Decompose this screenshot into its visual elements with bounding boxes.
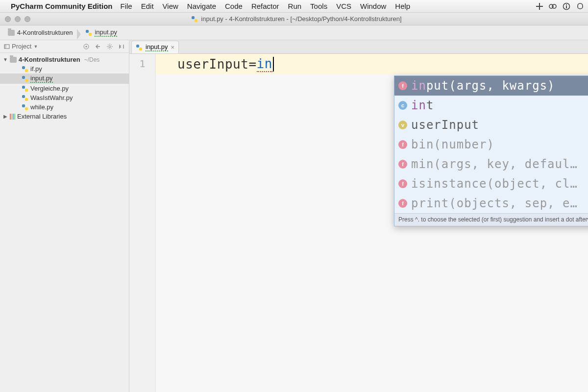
- svg-rect-19: [25, 89, 28, 92]
- python-file-icon: [22, 85, 28, 92]
- close-tab-button[interactable]: ×: [171, 44, 175, 51]
- chevron-right-icon[interactable]: ▶: [3, 114, 8, 119]
- autocomplete-popup[interactable]: finput(args, kwargs)builtinscintbuiltins…: [394, 75, 588, 226]
- tree-file[interactable]: Vergleiche.py: [0, 84, 129, 93]
- tray-icon[interactable]: [549, 2, 557, 10]
- tree-root[interactable]: ▼ 4-Kontrollstrukturen ~/Des: [0, 55, 129, 64]
- svg-point-13: [109, 46, 111, 48]
- menu-tools[interactable]: Tools: [310, 2, 327, 10]
- svg-rect-16: [22, 76, 25, 79]
- gear-icon[interactable]: [106, 43, 113, 50]
- svg-rect-5: [192, 16, 195, 19]
- menu-view[interactable]: View: [163, 2, 178, 10]
- sidebar-tool-collapse-icon[interactable]: [95, 43, 101, 50]
- menu-refactor[interactable]: Refactor: [251, 2, 279, 10]
- completion-signature: print(objects, sep, e…: [411, 196, 588, 210]
- tray-icon[interactable]: [563, 2, 570, 10]
- editor-tab-label: input.py: [146, 43, 168, 51]
- python-file-icon: [22, 66, 28, 73]
- code-editor[interactable]: 1 userInput = in finput(args, kwargs)bui…: [129, 54, 588, 392]
- menu-run[interactable]: Run: [288, 2, 302, 10]
- python-file-icon: [22, 95, 28, 101]
- completion-signature: bin(number): [411, 138, 588, 151]
- tree-file[interactable]: input.py: [0, 74, 129, 84]
- project-tree[interactable]: ▼ 4-Kontrollstrukturen ~/Des if.py input…: [0, 53, 129, 123]
- svg-rect-20: [22, 95, 25, 98]
- completion-kind-icon: f: [398, 81, 407, 90]
- autocomplete-footer: Press ^. to choose the selected (or firs…: [394, 213, 588, 226]
- svg-rect-23: [25, 107, 28, 110]
- folder-icon: [10, 57, 17, 63]
- menu-file[interactable]: File: [121, 2, 132, 10]
- menu-help[interactable]: Help: [395, 2, 410, 10]
- tree-file-label: Vergleiche.py: [30, 85, 69, 92]
- svg-rect-8: [89, 33, 92, 36]
- sidebar-tool-hide-icon[interactable]: [118, 43, 125, 50]
- code-line[interactable]: userInput = in: [156, 54, 588, 74]
- menu-navigate[interactable]: Navigate: [187, 2, 216, 10]
- menu-edit[interactable]: Edit: [141, 2, 154, 10]
- menu-code[interactable]: Code: [225, 2, 243, 10]
- autocomplete-item[interactable]: finput(args, kwargs)builtins: [394, 76, 588, 96]
- tree-file-label: WasIstWahr.py: [30, 94, 73, 101]
- tree-root-label: 4-Kontrollstrukturen: [19, 56, 80, 63]
- zoom-window-button[interactable]: [24, 16, 30, 22]
- completion-signature: min(args, key, defaul…: [411, 157, 588, 171]
- completion-kind-icon: v: [398, 121, 407, 129]
- breadcrumb-folder-label: 4-Kontrollstrukturen: [17, 29, 73, 36]
- python-file-icon: [85, 29, 92, 36]
- completion-signature: userInput: [411, 118, 588, 132]
- svg-rect-15: [25, 69, 28, 72]
- python-file-icon: [136, 44, 143, 51]
- minimize-window-button[interactable]: [15, 16, 21, 22]
- chevron-down-icon[interactable]: ▼: [3, 57, 8, 62]
- code-typed-fragment: in: [257, 56, 272, 72]
- tree-file[interactable]: while.py: [0, 102, 129, 112]
- completion-kind-icon: f: [398, 179, 407, 188]
- completion-signature: input(args, kwargs): [411, 79, 588, 93]
- close-window-button[interactable]: [5, 16, 11, 22]
- project-tool-label[interactable]: Project ▼: [4, 43, 38, 50]
- tree-file-label: input.py: [30, 74, 53, 83]
- autocomplete-hint: Press ^. to choose the selected (or firs…: [398, 216, 588, 224]
- text-caret: [273, 57, 274, 72]
- svg-rect-4: [566, 6, 567, 8]
- svg-point-12: [86, 46, 87, 47]
- tree-file-label: while.py: [30, 103, 53, 111]
- tree-file[interactable]: if.py: [0, 64, 129, 74]
- app-name[interactable]: PyCharm Community Edition: [11, 2, 113, 10]
- sidebar-tool-target-icon[interactable]: [83, 43, 90, 50]
- autocomplete-item[interactable]: fmin(args, key, defaul…builtins: [394, 154, 588, 174]
- completion-kind-icon: f: [398, 199, 407, 208]
- editor-tab[interactable]: input.py ×: [131, 41, 179, 53]
- autocomplete-item[interactable]: vuserInput: [394, 115, 588, 135]
- editor-area: input.py × 1 userInput = in finput(args,…: [129, 40, 588, 392]
- window-controls: [5, 16, 30, 22]
- autocomplete-item[interactable]: fprint(objects, sep, e…builtins: [394, 194, 588, 213]
- code-operator: =: [248, 57, 256, 72]
- autocomplete-item[interactable]: fisinstance(object, cl…builtins: [394, 174, 588, 194]
- svg-rect-10: [4, 45, 6, 49]
- python-file-icon: [22, 75, 28, 82]
- folder-icon: [8, 30, 15, 36]
- python-file-icon: [22, 104, 28, 111]
- breadcrumb-file[interactable]: input.py: [82, 27, 122, 38]
- autocomplete-item[interactable]: fbin(number)builtins: [394, 135, 588, 154]
- code-identifier: userInput: [177, 57, 248, 72]
- tree-file[interactable]: WasIstWahr.py: [0, 93, 129, 102]
- menu-vcs[interactable]: VCS: [336, 2, 351, 10]
- completion-kind-icon: f: [398, 140, 407, 149]
- svg-rect-7: [86, 30, 89, 33]
- svg-rect-24: [136, 45, 139, 48]
- tree-external-libraries[interactable]: ▶ External Libraries: [0, 112, 129, 121]
- svg-rect-3: [566, 4, 567, 5]
- autocomplete-item[interactable]: cintbuiltins: [394, 96, 588, 115]
- window-titlebar: input.py - 4-Kontrollstrukturen - [~/Des…: [0, 13, 588, 25]
- breadcrumb-folder[interactable]: 4-Kontrollstrukturen: [5, 28, 77, 37]
- tray-icon[interactable]: [576, 2, 584, 10]
- menu-window[interactable]: Window: [360, 2, 386, 10]
- menubar-tray: [535, 2, 584, 10]
- editor-tabstrip: input.py ×: [129, 40, 588, 54]
- tray-icon[interactable]: [535, 2, 543, 10]
- tree-external-label: External Libraries: [17, 113, 67, 120]
